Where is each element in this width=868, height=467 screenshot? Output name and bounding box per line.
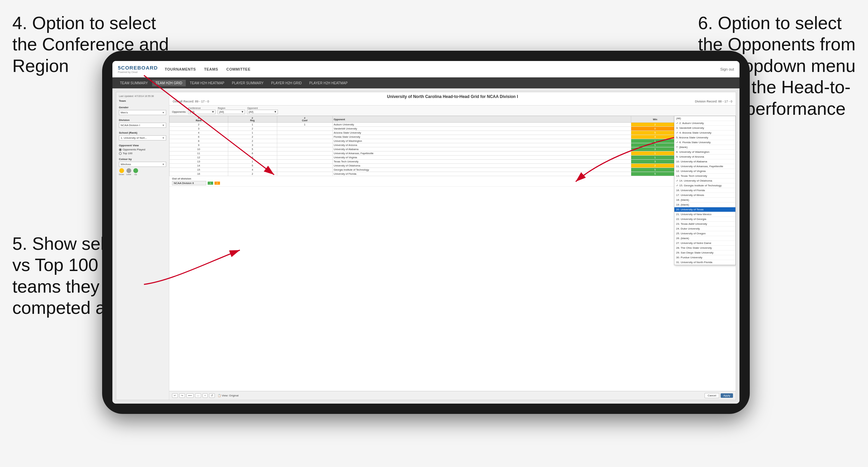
cell-rank: 15 (170, 168, 228, 172)
gender-select[interactable]: Men's ▼ (119, 110, 166, 115)
out-of-division: Out of division NCAA Division II 1 0 (169, 176, 736, 187)
dropdown-item[interactable]: 18. (blank) (674, 198, 735, 202)
cell-rank: 4 (170, 131, 228, 135)
cell-win: 2 (631, 164, 679, 168)
division-select[interactable]: NCAA Division I ▼ (119, 123, 166, 128)
opponent-select[interactable]: (All) ▼ (247, 110, 278, 114)
colour-select[interactable]: Win/loss ▼ (119, 162, 166, 167)
cell-win: 2 (631, 123, 679, 127)
cell-rank: 10 (170, 147, 228, 151)
dropdown-item[interactable]: 5. Arizona State University (674, 135, 735, 140)
logo-sub: Powered by Cloud (118, 71, 158, 73)
dropdown-item[interactable]: 31. University of North Florida (674, 260, 735, 265)
subnav-team-h2h-heatmap[interactable]: TEAM H2H HEATMAP (186, 80, 228, 86)
dropdown-item[interactable]: 21. University of New Mexico (674, 212, 735, 217)
school-select[interactable]: 1. University of Nort... ▼ (119, 135, 166, 140)
dropdown-item[interactable]: 24. Duke University (674, 226, 735, 231)
dropdown-item[interactable]: 11. University of Arkansas, Fayetteville (674, 164, 735, 169)
opponent-dropdown[interactable]: (All)2. Auburn University3. Vanderbilt U… (674, 116, 736, 265)
cell-reg: 1 (228, 131, 277, 135)
table-row: 6 2 Florida State University 4 2 (170, 135, 736, 139)
level-circle (126, 168, 131, 173)
subnav-team-summary[interactable]: TEAM SUMMARY (117, 80, 151, 86)
dropdown-item[interactable]: 9. University of Arizona (674, 155, 735, 159)
dropdown-item[interactable]: 7. (blank) (674, 145, 735, 150)
dropdown-item[interactable]: 2. Auburn University (674, 121, 735, 126)
toolbar-back[interactable]: ⟵ (186, 393, 194, 398)
toolbar-zoom-in[interactable]: + (203, 393, 208, 398)
dropdown-item[interactable]: 16. University of Florida (674, 188, 735, 193)
nav-tournaments[interactable]: TOURNAMENTS (165, 66, 196, 73)
dropdown-item[interactable]: 28. The Ohio State University (674, 246, 735, 250)
cell-opponent: University of Alabama (332, 147, 631, 151)
out-row: NCAA Division II 1 0 (172, 181, 733, 185)
cell-win: 4 (631, 135, 679, 139)
cell-conf (277, 160, 332, 164)
dropdown-item[interactable]: 10. University of Alabama (674, 159, 735, 164)
dropdown-item[interactable]: 14. University of Oklahoma (674, 179, 735, 183)
dropdown-item[interactable]: (All) (674, 116, 735, 121)
table-row: 10 5 University of Alabama 3 0 (170, 147, 736, 151)
table-body: 2 1 1 Auburn University 2 1 3 2 Vanderbi… (170, 123, 736, 176)
toolbar-zoom-out[interactable]: — (195, 393, 201, 398)
cell-rank: 16 (170, 172, 228, 176)
col-conf: #Conf (277, 116, 332, 123)
toolbar-redo[interactable]: ↪ (179, 393, 185, 398)
dropdown-item[interactable]: 12. University of Virginia (674, 169, 735, 174)
apply-button[interactable]: Apply (721, 393, 733, 398)
sub-nav: TEAM SUMMARY TEAM H2H GRID TEAM H2H HEAT… (112, 77, 739, 88)
cell-reg: 2 (228, 172, 277, 176)
conference-select[interactable]: (All) ▼ (188, 110, 216, 114)
grid-area: University of North Carolina Head-to-Hea… (169, 92, 736, 400)
dropdown-item[interactable]: 3. Vanderbilt University (674, 126, 735, 131)
region-filter-label: Region (218, 107, 245, 109)
dropdown-item[interactable]: 19. (blank) (674, 202, 735, 207)
toolbar-refresh[interactable]: ↺ (209, 393, 215, 398)
nav-teams[interactable]: TEAMS (204, 66, 218, 73)
subnav-player-h2h-heatmap[interactable]: PLAYER H2H HEATMAP (306, 80, 351, 86)
cell-rank: 8 (170, 139, 228, 143)
dropdown-item[interactable]: 23. Texas A&M University (674, 222, 735, 226)
bottom-toolbar: ↩ ↪ ⟵ — + ↺ 📋 View: Original Cancel Appl… (169, 391, 736, 400)
cell-conf (277, 135, 332, 139)
view-label: 📋 View: Original (218, 394, 239, 397)
subnav-player-summary[interactable]: PLAYER SUMMARY (229, 80, 267, 86)
dropdown-item[interactable]: 20. University of Texas (674, 207, 735, 212)
dropdown-item[interactable]: 22. University of Georgia (674, 217, 735, 222)
dropdown-item[interactable]: 26. (blank) (674, 236, 735, 241)
dropdown-item[interactable]: 30. Purdue University (674, 255, 735, 260)
cell-conf: 1 (277, 123, 332, 127)
dropdown-item[interactable]: 13. Texas Tech University (674, 174, 735, 179)
subnav-team-h2h-grid[interactable]: TEAM H2H GRID (152, 80, 186, 86)
cell-opponent: Texas Tech University (332, 160, 631, 164)
dropdown-item[interactable]: 27. University of Notre Dame (674, 241, 735, 246)
cell-win: 3 (631, 147, 679, 151)
radio-opponents-played[interactable]: Opponents Played (119, 148, 166, 151)
region-select[interactable]: (All) ▼ (218, 110, 245, 114)
cell-opponent: Auburn University (332, 123, 631, 127)
nav-signout[interactable]: Sign out (720, 67, 734, 71)
dropdown-item[interactable]: 25. University of Oregon (674, 231, 735, 236)
tablet-screen: 5COREBOARD Powered by Cloud TOURNAMENTS … (112, 61, 739, 404)
table-row: 13 1 Texas Tech University 3 0 (170, 160, 736, 164)
cancel-button[interactable]: Cancel (705, 393, 719, 398)
dropdown-item[interactable]: 8. University of Washington (674, 150, 735, 155)
cell-opponent: University of Florida (332, 172, 631, 176)
dropdown-item[interactable]: 15. Georgia Institute of Technology (674, 183, 735, 188)
dropdown-item[interactable]: 17. University of Illinois (674, 193, 735, 198)
report-title-bar: University of North Carolina Head-to-Hea… (169, 92, 736, 106)
logo-area: 5COREBOARD Powered by Cloud (118, 65, 158, 73)
col-rank: #Rank (170, 116, 228, 123)
cell-rank: 3 (170, 127, 228, 131)
table-row: 8 2 University of Washington 1 0 (170, 139, 736, 143)
dropdown-item[interactable]: 6. Florida State University (674, 140, 735, 145)
cell-opponent: Georgia Institute of Technology (332, 168, 631, 172)
nav-committee[interactable]: COMMITTEE (227, 66, 251, 73)
radio-top-100[interactable]: Top 100 (119, 152, 166, 155)
dropdown-item[interactable]: 29. San Diego State University (674, 250, 735, 255)
cell-win: 5 (631, 168, 679, 172)
subnav-player-h2h-grid[interactable]: PLAYER H2H GRID (268, 80, 305, 86)
dropdown-item[interactable]: 4. Arizona State University (674, 131, 735, 135)
toolbar-undo[interactable]: ↩ (172, 393, 178, 398)
sidebar-school-section: School (Rank) 1. University of Nort... ▼ (119, 131, 166, 140)
